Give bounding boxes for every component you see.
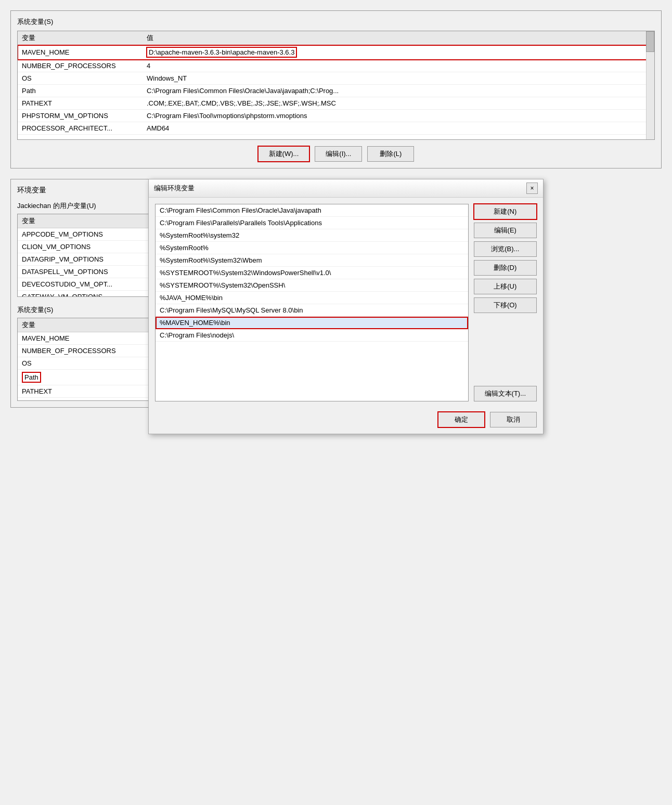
top-variables-table: 变量 值 MAVEN_HOMED:\apache-maven-3.6.3-bin… xyxy=(18,31,654,135)
dialog-content: C:\Program Files\Common Files\Oracle\Jav… xyxy=(149,198,543,408)
env-variables-bg-panel: 环境变量 Jackiechan 的用户变量(U) 变量 APPCODE_VM_O… xyxy=(10,179,164,434)
col-header-val: 值 xyxy=(143,31,654,45)
close-icon: × xyxy=(530,185,534,192)
delete-button-top[interactable]: 删除(L) xyxy=(367,146,414,162)
table-row: C:\Program Files\Tool\vmoptions\phpstorm… xyxy=(143,110,654,122)
sys-vars-table: 变量 MAVEN_HOMENUMBER_OF_PROCESSORSOSPathP… xyxy=(18,318,157,401)
dialog-edit-button[interactable]: 编辑(E) xyxy=(474,223,537,238)
table-row[interactable]: MAVEN_HOME xyxy=(18,45,143,60)
list-item[interactable]: %SYSTEMROOT%\System32\OpenSSH\ xyxy=(156,279,468,292)
dialog-edittext-button[interactable]: 编辑文本(T)... xyxy=(474,386,537,401)
list-item[interactable]: %SystemRoot%\system32 xyxy=(156,229,468,242)
table-row: Windows_NT xyxy=(143,72,654,85)
list-item[interactable]: PATHEXT xyxy=(18,385,157,398)
edit-button-top[interactable]: 编辑(I)... xyxy=(315,146,362,162)
list-item[interactable]: GATEWAY_VM_OPTIONS xyxy=(18,291,157,297)
list-item[interactable]: DEVECOSTUDIO_VM_OPT... xyxy=(18,278,157,291)
list-item[interactable]: %SystemRoot%\System32\Wbem xyxy=(156,254,468,267)
table-row[interactable]: Path xyxy=(18,85,143,97)
top-section-title: 系统变量(S) xyxy=(17,17,655,27)
env-title: 环境变量 xyxy=(17,186,157,195)
env-panel-inner: 环境变量 Jackiechan 的用户变量(U) 变量 APPCODE_VM_O… xyxy=(10,179,164,408)
list-item[interactable]: %JAVA_HOME%\bin xyxy=(156,292,468,304)
table-row: .COM;.EXE;.BAT;.CMD;.VBS;.VBE;.JS;.JSE;.… xyxy=(143,97,654,110)
bottom-section: 环境变量 Jackiechan 的用户变量(U) 变量 APPCODE_VM_O… xyxy=(10,179,662,434)
list-item[interactable]: C:\Program Files\Parallels\Parallels Too… xyxy=(156,217,468,229)
dialog-moveup-button[interactable]: 上移(U) xyxy=(474,279,537,294)
list-item[interactable]: %SystemRoot% xyxy=(156,242,468,254)
table-row[interactable]: NUMBER_OF_PROCESSORS xyxy=(18,60,143,72)
list-item[interactable]: DATASPELL_VM_OPTIONS xyxy=(18,266,157,278)
list-item[interactable]: %MAVEN_HOME%\bin xyxy=(156,317,468,329)
sys-vars-table-container[interactable]: 变量 MAVEN_HOMENUMBER_OF_PROCESSORSOSPathP… xyxy=(17,318,157,401)
table-row[interactable]: PROCESSOR_ARCHITECT... xyxy=(18,122,143,135)
list-item[interactable]: C:\Program Files\Common Files\Oracle\Jav… xyxy=(156,204,468,217)
list-item[interactable]: CLION_VM_OPTIONS xyxy=(18,241,157,253)
dialog-new-button[interactable]: 新建(N) xyxy=(474,204,537,219)
col-header-var: 变量 xyxy=(18,31,143,45)
list-item[interactable]: MAVEN_HOME xyxy=(18,332,157,345)
dialog-close-button[interactable]: × xyxy=(526,183,538,194)
scrollbar-track[interactable] xyxy=(646,31,654,139)
dialog-browse-button[interactable]: 浏览(B)... xyxy=(474,241,537,257)
list-item[interactable]: C:\Program Files\nodejs\ xyxy=(156,329,468,342)
user-vars-table-container[interactable]: 变量 APPCODE_VM_OPTIONSCLION_VM_OPTIONSDAT… xyxy=(17,214,157,297)
dialog-bottom-buttons: 确定 取消 xyxy=(149,408,543,434)
table-row[interactable]: PATHEXT xyxy=(18,97,143,110)
path-list: C:\Program Files\Common Files\Oracle\Jav… xyxy=(156,204,468,342)
top-variables-table-container[interactable]: 变量 值 MAVEN_HOMED:\apache-maven-3.6.3-bin… xyxy=(17,31,655,140)
dialog-delete-button[interactable]: 删除(D) xyxy=(474,260,537,276)
sys-vars-title: 系统变量(S) xyxy=(17,305,157,315)
new-button-top[interactable]: 新建(W)... xyxy=(258,146,310,162)
table-row: D:\apache-maven-3.6.3-bin\apache-maven-3… xyxy=(143,45,654,60)
table-row[interactable]: OS xyxy=(18,72,143,85)
list-item[interactable]: Path xyxy=(18,370,157,385)
list-item[interactable]: C:\Program Files\MySQL\MySQL Server 8.0\… xyxy=(156,304,468,317)
top-system-variables-panel: 系统变量(S) 变量 值 MAVEN_HOMED:\apache-maven-3… xyxy=(10,10,662,168)
edit-env-dialog: 编辑环境变量 × C:\Program Files\Common Files\O… xyxy=(148,179,544,434)
table-row: 4 xyxy=(143,60,654,72)
dialog-title: 编辑环境变量 xyxy=(154,184,195,193)
dialog-ok-button[interactable]: 确定 xyxy=(438,412,485,427)
list-item[interactable]: PHPSTORM_VM_OPTIONS xyxy=(18,398,157,401)
sys-col-var: 变量 xyxy=(18,318,157,332)
list-item[interactable]: DATAGRIP_VM_OPTIONS xyxy=(18,253,157,266)
list-item[interactable]: OS xyxy=(18,357,157,370)
user-vars-table: 变量 APPCODE_VM_OPTIONSCLION_VM_OPTIONSDAT… xyxy=(18,214,157,297)
table-row[interactable]: PHPSTORM_VM_OPTIONS xyxy=(18,110,143,122)
table-row: C:\Program Files\Common Files\Oracle\Jav… xyxy=(143,85,654,97)
user-vars-title: Jackiechan 的用户变量(U) xyxy=(17,201,157,211)
dialog-movedown-button[interactable]: 下移(O) xyxy=(474,297,537,313)
user-col-var: 变量 xyxy=(18,214,157,228)
top-button-row: 新建(W)... 编辑(I)... 删除(L) xyxy=(17,146,655,162)
scrollbar-thumb[interactable] xyxy=(646,31,654,52)
list-item[interactable]: NUMBER_OF_PROCESSORS xyxy=(18,345,157,357)
list-item[interactable]: APPCODE_VM_OPTIONS xyxy=(18,228,157,241)
list-item[interactable]: %SYSTEMROOT%\System32\WindowsPowerShell\… xyxy=(156,267,468,279)
path-list-container[interactable]: C:\Program Files\Common Files\Oracle\Jav… xyxy=(155,204,469,401)
dialog-side-buttons: 新建(N) 编辑(E) 浏览(B)... 删除(D) 上移(U) 下移(O) 编… xyxy=(474,204,537,401)
dialog-cancel-button[interactable]: 取消 xyxy=(490,412,537,427)
table-row: AMD64 xyxy=(143,122,654,135)
dialog-titlebar: 编辑环境变量 × xyxy=(149,179,543,198)
